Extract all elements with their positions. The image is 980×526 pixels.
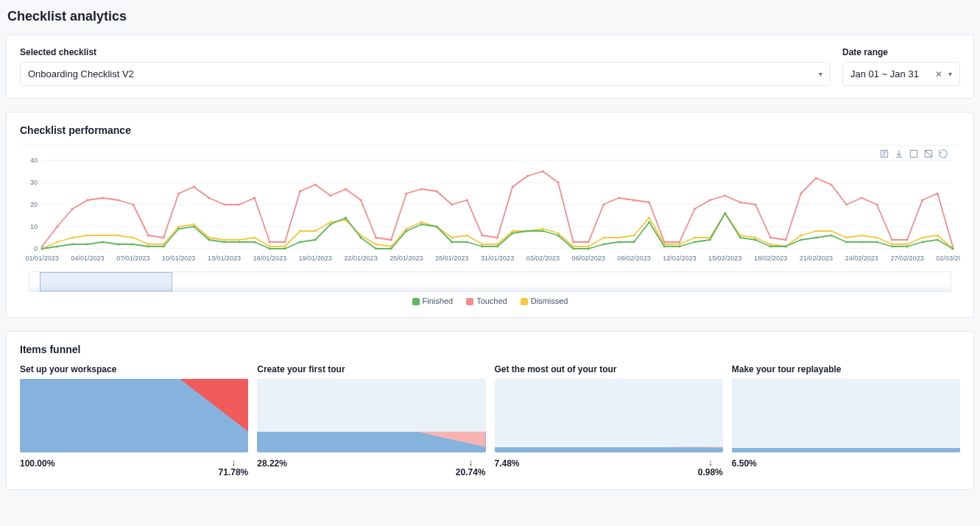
svg-point-184 (420, 223, 423, 225)
svg-point-63 (435, 190, 437, 192)
svg-marker-222 (655, 447, 723, 448)
legend-touched[interactable]: Touched (466, 296, 507, 305)
svg-point-94 (906, 238, 908, 241)
svg-point-77 (648, 201, 650, 203)
svg-point-73 (588, 241, 590, 243)
svg-point-108 (193, 223, 195, 225)
svg-point-137 (632, 234, 635, 236)
svg-point-183 (405, 230, 407, 232)
svg-text:09/02/2023: 09/02/2023 (617, 255, 650, 262)
svg-point-43 (132, 203, 134, 205)
svg-point-70 (542, 170, 544, 172)
svg-point-165 (132, 243, 134, 245)
svg-text:30: 30 (30, 179, 38, 186)
funnel-step: Get the most out of your tour 7.48% ↓ 0.… (495, 364, 723, 477)
svg-text:03/02/2023: 03/02/2023 (526, 255, 560, 262)
svg-point-129 (512, 230, 514, 232)
svg-point-215 (891, 245, 893, 247)
svg-point-201 (678, 245, 680, 247)
svg-point-95 (921, 199, 923, 201)
svg-point-69 (526, 174, 529, 177)
svg-point-90 (845, 203, 847, 205)
svg-point-53 (283, 241, 286, 243)
legend-dismissed[interactable]: Dismissed (521, 296, 568, 305)
svg-point-214 (875, 241, 878, 243)
download-icon[interactable] (894, 149, 904, 159)
svg-point-207 (769, 245, 772, 247)
svg-point-103 (117, 234, 119, 236)
svg-point-54 (299, 190, 301, 192)
arrow-down-icon: ↓ (698, 458, 723, 467)
svg-point-213 (861, 241, 863, 243)
zoom-brush-selection[interactable] (40, 272, 172, 291)
svg-text:28/01/2023: 28/01/2023 (435, 255, 468, 262)
svg-point-82 (724, 194, 726, 196)
funnel-drop: ↓ 20.74% (456, 458, 486, 477)
funnel-step: Set up your workspace 100.00% ↓ 71.78% (20, 364, 248, 477)
filters-card: Selected checklist Onboarding Checklist … (6, 35, 974, 99)
svg-rect-4 (910, 150, 917, 157)
svg-point-162 (86, 243, 88, 245)
svg-point-64 (451, 203, 453, 205)
svg-point-212 (845, 241, 847, 243)
svg-point-178 (329, 223, 331, 225)
checklist-label: Selected checklist (20, 47, 831, 57)
svg-point-89 (830, 183, 832, 185)
svg-point-204 (724, 212, 726, 214)
svg-point-52 (269, 241, 271, 243)
zoom-icon[interactable] (909, 149, 919, 159)
svg-point-91 (861, 196, 863, 199)
svg-point-188 (481, 245, 483, 247)
svg-point-140 (678, 243, 680, 245)
svg-point-150 (830, 230, 832, 232)
svg-point-58 (359, 199, 362, 201)
svg-point-57 (345, 188, 347, 190)
svg-text:07/01/2023: 07/01/2023 (116, 255, 149, 262)
zoom-reset-icon[interactable] (923, 149, 934, 159)
svg-point-169 (193, 225, 195, 227)
svg-point-156 (921, 236, 923, 238)
clear-icon[interactable]: ✕ (935, 69, 942, 79)
checklist-select[interactable]: Onboarding Checklist V2 ▾ (20, 62, 831, 86)
svg-text:10/01/2023: 10/01/2023 (162, 255, 195, 262)
svg-point-179 (345, 216, 347, 218)
svg-point-194 (572, 247, 574, 249)
svg-point-182 (390, 247, 392, 249)
svg-point-208 (785, 245, 787, 247)
funnel-bar (20, 379, 248, 452)
funnel-step: Make your tour replayable 6.50% (732, 364, 960, 477)
svg-text:19/01/2023: 19/01/2023 (299, 255, 332, 262)
svg-point-65 (466, 199, 468, 201)
svg-point-138 (648, 216, 650, 218)
svg-point-61 (405, 192, 407, 194)
svg-point-131 (542, 227, 544, 230)
funnel-bar (495, 379, 723, 452)
svg-point-66 (481, 234, 483, 236)
svg-point-216 (906, 245, 908, 247)
svg-text:12/02/2023: 12/02/2023 (663, 255, 696, 262)
svg-point-157 (937, 234, 939, 236)
daterange-label: Date range (842, 47, 960, 57)
svg-point-206 (754, 238, 756, 241)
svg-text:25/01/2023: 25/01/2023 (389, 255, 423, 262)
svg-point-48 (208, 196, 210, 199)
svg-text:20: 20 (30, 201, 38, 208)
svg-point-153 (875, 236, 878, 238)
svg-point-47 (193, 185, 195, 188)
zoom-brush[interactable] (29, 271, 951, 292)
svg-point-180 (359, 236, 362, 238)
svg-point-164 (117, 243, 119, 245)
svg-text:13/01/2023: 13/01/2023 (208, 255, 241, 262)
legend-finished[interactable]: Finished (412, 296, 454, 305)
svg-text:02/03/2023: 02/03/2023 (936, 255, 960, 262)
funnel-drop-pct: 20.74% (456, 467, 486, 477)
svg-point-141 (694, 236, 696, 238)
svg-point-110 (223, 238, 225, 241)
svg-point-112 (253, 236, 255, 238)
restore-icon[interactable] (938, 149, 948, 159)
daterange-picker[interactable]: Jan 01 ~ Jan 31 ✕ ▾ (842, 62, 960, 86)
performance-chart[interactable]: 01020304001/01/202304/01/202307/01/20231… (20, 153, 960, 263)
funnel-pct: 7.48% (495, 458, 520, 469)
data-view-icon[interactable] (879, 149, 889, 159)
svg-point-160 (56, 245, 58, 247)
